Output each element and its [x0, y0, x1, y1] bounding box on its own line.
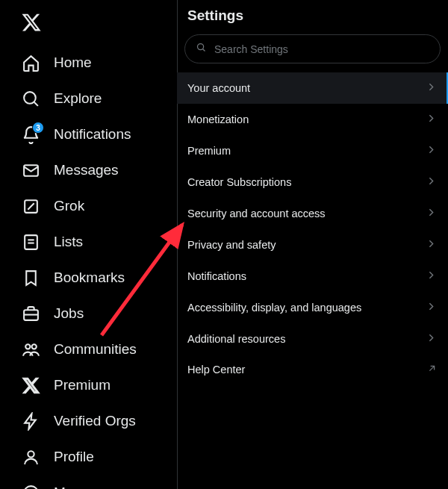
sidebar-item-label: More [54, 485, 86, 489]
sidebar-item-label: Lists [54, 234, 83, 250]
search-icon [21, 89, 40, 108]
svg-line-1 [34, 102, 37, 105]
chevron-right-icon [425, 300, 438, 315]
sidebar-item-messages[interactable]: Messages [21, 152, 177, 188]
settings-item-additional-resources[interactable]: Additional resources [177, 323, 448, 355]
sidebar-item-premium[interactable]: Premium [21, 367, 177, 403]
settings-item-accessibility[interactable]: Accessibility, display, and languages [177, 292, 448, 323]
settings-item-label: Monetization [187, 113, 249, 125]
notification-badge: 3 [32, 122, 44, 134]
sidebar-item-label: Profile [54, 449, 94, 465]
settings-item-label: Premium [187, 145, 231, 157]
sidebar-item-label: Explore [54, 90, 102, 107]
search-icon [196, 42, 207, 56]
settings-item-help-center[interactable]: Help Center [177, 355, 448, 384]
page-title: Settings [187, 7, 438, 24]
svg-point-17 [198, 44, 204, 50]
settings-list: Your account Monetization Premium Creato… [177, 72, 448, 384]
settings-item-your-account[interactable]: Your account [177, 72, 448, 104]
chevron-right-icon [425, 143, 438, 158]
svg-point-12 [28, 451, 34, 457]
briefcase-icon [21, 304, 40, 323]
chevron-right-icon [425, 237, 438, 252]
sidebar: Home Explore 3 Notifications Messages Gr… [0, 0, 177, 489]
bell-icon: 3 [21, 125, 40, 144]
chevron-right-icon [425, 206, 438, 221]
svg-line-18 [203, 49, 205, 52]
settings-item-security[interactable]: Security and account access [177, 198, 448, 229]
settings-item-label: Accessibility, display, and languages [187, 302, 361, 314]
bookmark-icon [21, 268, 40, 287]
settings-item-label: Privacy and safety [187, 239, 276, 251]
sidebar-item-grok[interactable]: Grok [21, 188, 177, 224]
sidebar-item-label: Home [54, 54, 92, 71]
search-input[interactable] [214, 43, 429, 55]
sidebar-item-communities[interactable]: Communities [21, 331, 177, 367]
more-icon [21, 483, 40, 489]
sidebar-item-verified-orgs[interactable]: Verified Orgs [21, 403, 177, 439]
sidebar-item-more[interactable]: More [21, 475, 177, 489]
settings-item-label: Security and account access [187, 208, 326, 219]
settings-panel: Settings Your account Monetization Premi… [177, 0, 448, 489]
sidebar-item-label: Grok [54, 198, 84, 214]
sidebar-item-profile[interactable]: Profile [21, 439, 177, 475]
sidebar-item-label: Verified Orgs [54, 413, 136, 429]
sidebar-item-label: Notifications [54, 126, 131, 143]
svg-line-4 [28, 203, 34, 209]
sidebar-item-home[interactable]: Home [21, 45, 177, 81]
x-icon [21, 376, 40, 395]
chevron-right-icon [425, 81, 438, 96]
svg-line-19 [429, 366, 434, 370]
sidebar-item-label: Communities [54, 341, 137, 358]
sidebar-item-explore[interactable]: Explore [21, 81, 177, 116]
settings-item-label: Notifications [187, 270, 246, 282]
chevron-right-icon [425, 269, 438, 284]
settings-item-creator-subscriptions[interactable]: Creator Subscriptions [177, 166, 448, 198]
sidebar-item-label: Premium [54, 377, 111, 393]
chevron-right-icon [425, 175, 438, 190]
svg-point-11 [31, 344, 36, 349]
chevron-right-icon [425, 331, 438, 346]
chevron-right-icon [425, 112, 438, 127]
sidebar-item-notifications[interactable]: 3 Notifications [21, 116, 177, 152]
settings-item-label: Creator Subscriptions [187, 176, 291, 188]
external-link-icon [426, 363, 438, 376]
x-logo[interactable] [21, 6, 177, 45]
svg-point-13 [24, 486, 38, 489]
sidebar-item-lists[interactable]: Lists [21, 224, 177, 260]
person-icon [21, 447, 40, 467]
settings-item-privacy-safety[interactable]: Privacy and safety [177, 229, 448, 261]
home-icon [21, 53, 40, 72]
settings-item-label: Additional resources [187, 333, 285, 345]
settings-item-monetization[interactable]: Monetization [177, 104, 448, 135]
svg-point-10 [25, 344, 30, 349]
sidebar-item-bookmarks[interactable]: Bookmarks [21, 260, 177, 296]
sidebar-item-label: Jobs [54, 305, 84, 322]
settings-item-label: Your account [187, 82, 250, 94]
settings-item-label: Help Center [187, 364, 245, 376]
settings-item-premium[interactable]: Premium [177, 135, 448, 166]
sidebar-item-label: Bookmarks [54, 270, 125, 286]
envelope-icon [21, 161, 40, 180]
x-logo-icon [21, 12, 42, 33]
lists-icon [21, 232, 40, 252]
grok-icon [21, 196, 40, 216]
lightning-icon [21, 411, 40, 431]
sidebar-item-label: Messages [54, 162, 119, 178]
search-settings-box[interactable] [184, 34, 441, 63]
communities-icon [21, 340, 40, 359]
settings-item-notifications[interactable]: Notifications [177, 261, 448, 292]
sidebar-item-jobs[interactable]: Jobs [21, 296, 177, 331]
svg-point-0 [24, 92, 36, 104]
